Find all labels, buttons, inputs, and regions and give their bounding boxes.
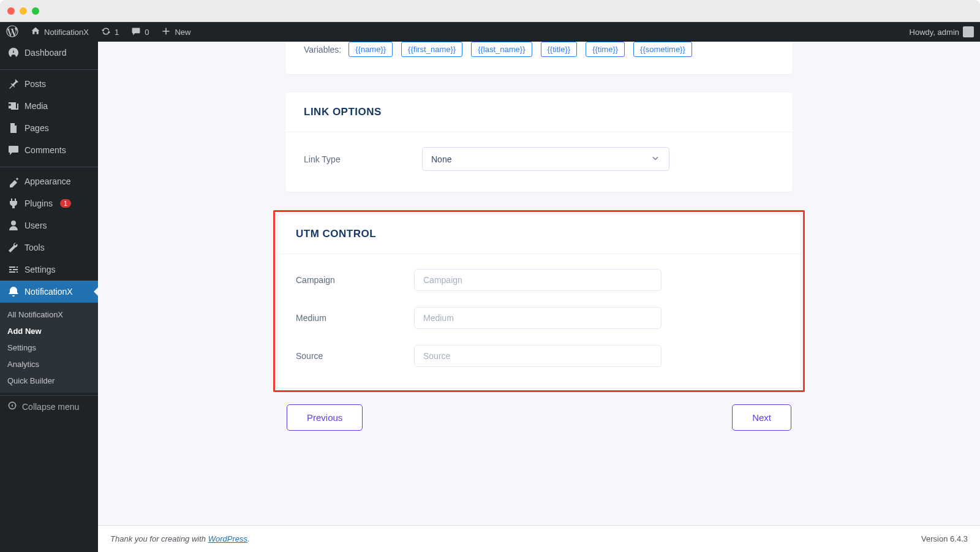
update-badge: 1 [60, 199, 71, 208]
sidebar-item-media[interactable]: Media [0, 95, 98, 117]
mac-close-dot[interactable] [7, 7, 15, 15]
sidebar-submenu: All NotificationXAdd NewSettingsAnalytic… [0, 303, 98, 393]
comments-menu[interactable]: 0 [125, 22, 155, 42]
submenu-item-analytics[interactable]: Analytics [0, 356, 98, 372]
pin-icon [7, 78, 20, 90]
page-icon [7, 122, 20, 134]
utm-campaign-input[interactable] [414, 269, 662, 291]
collapse-menu[interactable]: Collapse menu [0, 395, 98, 417]
sidebar-item-label: Posts [24, 79, 46, 89]
link-options-title: LINK OPTIONS [304, 106, 774, 118]
sidebar-item-users[interactable]: Users [0, 214, 98, 236]
mac-minimize-dot[interactable] [20, 7, 27, 15]
sidebar-item-label: Media [24, 101, 48, 111]
variable-tag[interactable]: {{time}} [586, 42, 625, 57]
comments-count: 0 [145, 28, 149, 37]
utm-medium-label: Medium [296, 313, 414, 323]
sidebar-item-pages[interactable]: Pages [0, 117, 98, 139]
variable-tag[interactable]: {{name}} [349, 42, 393, 57]
wp-logo-menu[interactable] [0, 22, 24, 42]
wordpress-icon [6, 25, 18, 39]
variable-tag[interactable]: {{title}} [541, 42, 578, 57]
howdy-text: Howdy, admin [910, 28, 959, 37]
sidebar-item-label: Users [24, 221, 47, 230]
sidebar-item-posts[interactable]: Posts [0, 73, 98, 95]
appearance-icon [7, 175, 20, 187]
sidebar-item-tools[interactable]: Tools [0, 236, 98, 259]
utm-title: UTM CONTROL [296, 228, 782, 240]
previous-button[interactable]: Previous [287, 404, 363, 431]
mac-zoom-dot[interactable] [32, 7, 39, 15]
link-type-label: Link Type [304, 154, 422, 164]
footer-thanks-prefix: Thank you for creating with [110, 534, 208, 543]
new-menu[interactable]: New [155, 22, 197, 42]
sidebar-item-label: Appearance [24, 176, 71, 186]
utm-highlight: UTM CONTROL Campaign Medium [273, 210, 805, 392]
tools-icon [7, 241, 20, 254]
sidebar-item-label: Dashboard [24, 48, 67, 58]
sidebar-item-settings[interactable]: Settings [0, 259, 98, 281]
wp-footer: Thank you for creating with WordPress. V… [98, 525, 980, 552]
variables-card: Variables: {{name}}{{first_name}}{{last_… [285, 42, 793, 74]
sidebar-item-notificationx[interactable]: NotificationX [0, 281, 98, 303]
link-options-card: LINK OPTIONS Link Type None [285, 93, 793, 192]
variable-tag[interactable]: {{first_name}} [401, 42, 462, 57]
plugin-icon [7, 197, 20, 210]
users-icon [7, 219, 20, 232]
variable-tag[interactable]: {{sometime}} [633, 42, 692, 57]
mac-titlebar [0, 0, 980, 22]
notifx-icon [7, 285, 20, 298]
sidebar-item-label: Tools [24, 243, 45, 252]
new-label: New [175, 28, 190, 37]
site-name-menu[interactable]: NotificationX [24, 22, 95, 42]
comment-icon [7, 144, 20, 156]
sidebar-item-label: Settings [24, 265, 56, 274]
updates-menu[interactable]: 1 [95, 22, 125, 42]
submenu-item-settings[interactable]: Settings [0, 339, 98, 356]
collapse-icon [7, 401, 17, 412]
sidebar-item-label: NotificationX [24, 287, 73, 297]
footer-wordpress-link[interactable]: WordPress [208, 534, 247, 543]
avatar-icon [963, 26, 974, 37]
updates-count: 1 [115, 28, 119, 37]
next-button[interactable]: Next [732, 404, 791, 431]
chevron-down-icon [650, 153, 660, 165]
sidebar-item-plugins[interactable]: Plugins1 [0, 192, 98, 214]
utm-medium-input[interactable] [414, 307, 662, 329]
submenu-item-add-new[interactable]: Add New [0, 323, 98, 339]
collapse-label: Collapse menu [22, 402, 79, 412]
wizard-nav: Previous Next [285, 404, 793, 449]
footer-version: Version 6.4.3 [921, 534, 968, 543]
sidebar-item-comments[interactable]: Comments [0, 139, 98, 161]
site-name: NotificationX [44, 28, 89, 37]
sidebar-item-label: Comments [24, 145, 66, 155]
wp-content-area: Variables: {{name}}{{first_name}}{{last_… [98, 42, 980, 552]
utm-source-label: Source [296, 351, 414, 361]
utm-campaign-label: Campaign [296, 275, 414, 285]
submenu-item-all-notificationx[interactable]: All NotificationX [0, 306, 98, 323]
dashboard-icon [7, 47, 20, 59]
howdy-menu[interactable]: Howdy, admin [903, 22, 980, 42]
refresh-icon [101, 26, 111, 38]
plus-icon [161, 26, 171, 38]
wp-admin-sidebar: DashboardPostsMediaPagesCommentsAppearan… [0, 42, 98, 552]
sidebar-item-dashboard[interactable]: Dashboard [0, 42, 98, 64]
wp-admin-toolbar: NotificationX 1 0 New [0, 22, 980, 42]
utm-source-input[interactable] [414, 345, 662, 367]
variable-tag[interactable]: {{last_name}} [471, 42, 532, 57]
sidebar-item-label: Pages [24, 123, 49, 133]
utm-control-card: UTM CONTROL Campaign Medium [277, 214, 801, 388]
sidebar-item-label: Plugins [24, 198, 53, 208]
submenu-item-quick-builder[interactable]: Quick Builder [0, 372, 98, 389]
media-icon [7, 100, 20, 112]
comment-icon [131, 26, 141, 38]
variables-label: Variables: [304, 45, 341, 55]
link-type-value: None [431, 154, 451, 164]
footer-thanks-suffix: . [247, 534, 250, 543]
link-type-select[interactable]: None [422, 147, 669, 171]
sidebar-item-appearance[interactable]: Appearance [0, 170, 98, 192]
settings-icon [7, 263, 20, 276]
home-icon [31, 26, 40, 38]
